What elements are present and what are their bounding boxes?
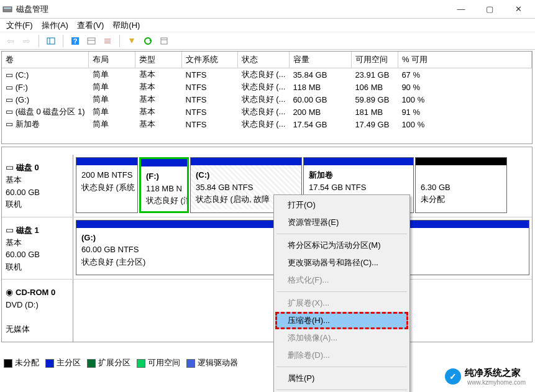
help-button[interactable]: ? xyxy=(68,34,82,48)
minimize-button[interactable]: — xyxy=(447,0,475,19)
disk-icon: ▭ xyxy=(6,225,14,235)
col-type[interactable]: 类型 xyxy=(135,52,182,68)
menu-action[interactable]: 操作(A) xyxy=(42,20,68,31)
drive-icon: ▭ xyxy=(6,119,13,129)
brand-name: 纯净系统之家 xyxy=(465,367,521,378)
refresh-icon-button[interactable] xyxy=(141,34,155,48)
volume-list: 卷 布局 类型 文件系统 状态 容量 可用空间 % 可用 ▭ (C:)简单基本N… xyxy=(1,51,533,144)
menu-view[interactable]: 查看(V) xyxy=(77,20,104,31)
svg-marker-11 xyxy=(129,39,134,43)
close-button[interactable]: ✕ xyxy=(504,0,533,19)
col-free[interactable]: 可用空间 xyxy=(351,52,398,68)
col-pct[interactable]: % 可用 xyxy=(398,52,531,68)
svg-rect-1 xyxy=(4,7,11,9)
svg-rect-14 xyxy=(161,38,167,44)
brand-icon: ✓ xyxy=(445,368,461,385)
disk-info[interactable]: ◉CD-ROM 0 DVD (D:) 无媒体 xyxy=(2,280,73,342)
svg-rect-2 xyxy=(47,38,55,44)
cdrom-row: ◉CD-ROM 0 DVD (D:) 无媒体 xyxy=(2,280,532,342)
app-icon xyxy=(2,4,12,14)
context-menu: 打开(O) 资源管理器(E) 将分区标记为活动分区(M) 更改驱动器号和路径(C… xyxy=(273,194,410,392)
show-hide-button[interactable] xyxy=(44,34,58,48)
refresh-button[interactable] xyxy=(125,34,139,48)
disk-icon: ▭ xyxy=(6,162,14,172)
svg-text:?: ? xyxy=(73,37,78,45)
drive-icon: ▭ xyxy=(6,70,13,80)
ctx-open[interactable]: 打开(O) xyxy=(275,196,408,214)
ctx-explorer[interactable]: 资源管理器(E) xyxy=(275,214,408,231)
ctx-extend: 扩展卷(X)... xyxy=(275,294,408,312)
window-title: 磁盘管理 xyxy=(16,4,447,15)
volume-row[interactable]: ▭ (G:)简单基本NTFS状态良好 (...60.00 GB59.89 GB1… xyxy=(2,93,532,106)
partition-200mb[interactable]: 200 MB NTFS状态良好 (系统 xyxy=(76,157,138,213)
col-layout[interactable]: 布局 xyxy=(89,52,135,68)
drive-icon: ▭ xyxy=(6,95,13,104)
volume-row[interactable]: ▭ 新加卷简单基本NTFS状态良好 (...17.54 GB17.49 GB10… xyxy=(2,118,532,130)
ctx-delete: 删除卷(D)... xyxy=(275,347,408,364)
ctx-change-drive[interactable]: 更改驱动器号和路径(C)... xyxy=(275,254,408,271)
menu-file[interactable]: 文件(F) xyxy=(6,20,33,31)
svg-rect-6 xyxy=(88,38,95,44)
brand-url: www.kzmyhome.com xyxy=(467,379,526,386)
properties-button[interactable] xyxy=(157,34,171,48)
drive-icon: ▭ xyxy=(6,107,13,116)
volume-row[interactable]: ▭ (F:)简单基本NTFS状态良好 (...118 MB106 MB90 % xyxy=(2,81,532,93)
legend: 未分配 主分区 扩展分区 可用空间 逻辑驱动器 xyxy=(4,357,238,368)
toolbar: ⇦ ⇨ ? xyxy=(0,32,535,50)
col-fs[interactable]: 文件系统 xyxy=(182,52,238,68)
ctx-properties[interactable]: 属性(P) xyxy=(275,370,408,387)
ctx-mark-active[interactable]: 将分区标记为活动分区(M) xyxy=(275,237,408,254)
partition-f[interactable]: (F:)118 MB N状态良好 (泔 xyxy=(139,157,189,213)
view-options-button[interactable] xyxy=(85,34,98,48)
watermark: ✓ 纯净系统之家 www.kzmyhome.com xyxy=(445,367,526,386)
drive-icon: ▭ xyxy=(6,83,13,92)
disk-info[interactable]: ▭磁盘 1 基本 60.00 GB 联机 xyxy=(2,217,73,280)
menubar: 文件(F) 操作(A) 查看(V) 帮助(H) xyxy=(0,19,535,32)
menu-help[interactable]: 帮助(H) xyxy=(112,20,140,31)
col-status[interactable]: 状态 xyxy=(238,52,290,68)
ctx-format: 格式化(F)... xyxy=(275,271,408,289)
list-button[interactable] xyxy=(101,34,114,48)
volume-row[interactable]: ▭ (C:)简单基本NTFS状态良好 (...35.84 GB23.91 GB6… xyxy=(2,68,532,81)
disc-icon: ◉ xyxy=(6,287,13,297)
ctx-add-mirror: 添加镜像(A)... xyxy=(275,329,408,347)
disk-map: ▭磁盘 0 基本 60.00 GB 联机 200 MB NTFS状态良好 (系统… xyxy=(1,147,533,342)
disk-row-0: ▭磁盘 0 基本 60.00 GB 联机 200 MB NTFS状态良好 (系统… xyxy=(2,155,532,217)
titlebar: 磁盘管理 — ▢ ✕ xyxy=(0,0,535,19)
volume-row[interactable]: ▭ (磁盘 0 磁盘分区 1)简单基本NTFS状态良好 (...200 MB18… xyxy=(2,106,532,118)
col-capacity[interactable]: 容量 xyxy=(289,52,351,68)
forward-button: ⇨ xyxy=(20,34,34,48)
maximize-button[interactable]: ▢ xyxy=(475,0,504,19)
partition-unallocated[interactable]: 6.30 GB未分配 xyxy=(415,157,507,213)
col-volume[interactable]: 卷 xyxy=(2,52,89,68)
disk-info[interactable]: ▭磁盘 0 基本 60.00 GB 联机 xyxy=(2,155,73,217)
disk-row-1: ▭磁盘 1 基本 60.00 GB 联机 (G:)60.00 GB NTFS状态… xyxy=(2,217,532,280)
ctx-shrink[interactable]: 压缩卷(H)... xyxy=(275,312,408,329)
back-button: ⇦ xyxy=(4,34,17,48)
